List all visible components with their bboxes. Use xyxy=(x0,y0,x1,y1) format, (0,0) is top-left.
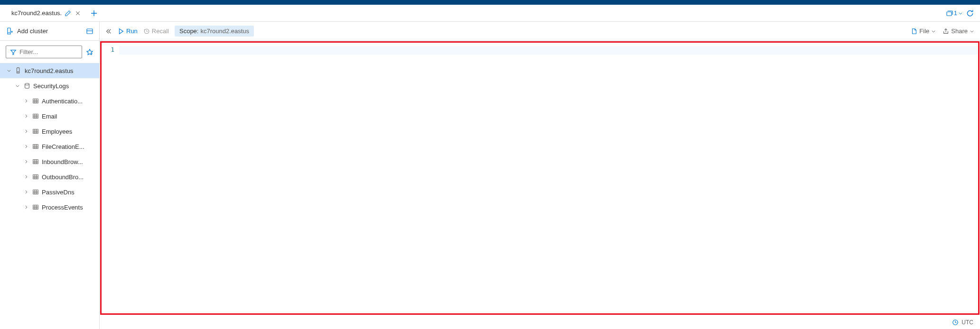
collapse-left-icon[interactable] xyxy=(105,28,112,35)
tabs-icon xyxy=(945,9,953,17)
filter-row xyxy=(0,41,99,63)
line-number: 1 xyxy=(100,46,114,53)
chevron-right-icon xyxy=(23,99,29,103)
app-banner xyxy=(0,0,980,5)
query-editor[interactable]: 1 xyxy=(100,41,980,315)
scope-value: kc7round2.eastus xyxy=(200,27,249,35)
svg-rect-10 xyxy=(33,175,38,179)
tree-node-label: Employees xyxy=(42,128,72,135)
clock-icon xyxy=(952,319,959,326)
table-icon xyxy=(32,174,39,180)
file-icon xyxy=(911,28,917,35)
svg-rect-5 xyxy=(33,99,38,103)
add-cluster-button[interactable]: Add cluster xyxy=(6,27,82,35)
scope-label: Scope: xyxy=(179,27,198,35)
table-icon xyxy=(32,143,39,150)
table-icon xyxy=(32,98,39,104)
tree-node-label: OutboundBro... xyxy=(42,174,84,181)
svg-rect-8 xyxy=(33,145,38,149)
tabs-count-button[interactable]: 1 xyxy=(945,9,963,17)
tree-node-label: FileCreationE... xyxy=(42,143,84,150)
share-menu-button[interactable]: Share xyxy=(943,27,974,35)
tree-table-node[interactable]: PassiveDns xyxy=(0,184,99,200)
query-toolbar: Run Recall Scope: kc7round2.eastus File … xyxy=(100,22,980,41)
tree-table-node[interactable]: FileCreationE... xyxy=(0,139,99,154)
chevron-right-icon xyxy=(23,190,29,194)
sidebar: Add cluster kc7round2.eastus xyxy=(0,22,100,329)
file-label: File xyxy=(919,27,929,35)
svg-rect-9 xyxy=(33,160,38,164)
toolbar-right: File Share xyxy=(911,27,974,35)
svg-rect-6 xyxy=(33,114,38,119)
refresh-icon[interactable] xyxy=(966,9,974,18)
svg-rect-3 xyxy=(17,68,19,72)
chevron-right-icon xyxy=(23,144,29,149)
add-cluster-label: Add cluster xyxy=(17,27,48,35)
chevron-right-icon xyxy=(23,205,29,210)
favorite-icon[interactable] xyxy=(86,48,93,56)
filter-icon xyxy=(10,49,17,55)
tree-node-label: InboundBrow... xyxy=(42,158,83,165)
cluster-icon xyxy=(15,67,22,74)
svg-rect-2 xyxy=(87,29,93,34)
filter-input[interactable] xyxy=(6,46,82,58)
tree-table-node[interactable]: OutboundBro... xyxy=(0,169,99,184)
tree-table-node[interactable]: InboundBrow... xyxy=(0,154,99,169)
recall-label: Recall xyxy=(152,27,169,35)
svg-rect-7 xyxy=(33,129,38,134)
tree-table-node[interactable]: ProcessEvents xyxy=(0,200,99,215)
recall-button: Recall xyxy=(143,27,169,35)
tree-node-label: PassiveDns xyxy=(42,189,75,196)
chevron-down-icon xyxy=(14,83,21,88)
share-label: Share xyxy=(951,27,968,35)
content-area: Run Recall Scope: kc7round2.eastus File … xyxy=(100,22,980,329)
close-icon[interactable] xyxy=(74,9,82,17)
editor-wrap: 1 UTC xyxy=(100,41,980,329)
file-menu-button[interactable]: File xyxy=(911,27,936,35)
editor-code-area[interactable] xyxy=(119,41,980,315)
svg-rect-1 xyxy=(8,28,10,33)
tree-node-label: ProcessEvents xyxy=(42,204,83,211)
tree-node-label: Authenticatio... xyxy=(42,98,83,105)
editor-gutter: 1 xyxy=(100,41,119,315)
connection-tree: kc7round2.eastus SecurityLogs Authentica… xyxy=(0,63,99,329)
statusbar: UTC xyxy=(945,316,980,329)
run-button[interactable]: Run xyxy=(118,27,138,35)
timezone-label[interactable]: UTC xyxy=(961,319,973,326)
tree-table-node[interactable]: Employees xyxy=(0,124,99,139)
tree-database-node[interactable]: SecurityLogs xyxy=(0,78,99,93)
query-tab[interactable]: kc7round2.eastus. xyxy=(8,5,85,21)
share-icon xyxy=(943,28,949,35)
svg-rect-11 xyxy=(33,190,38,194)
tree-cluster-node[interactable]: kc7round2.eastus xyxy=(0,63,99,78)
editor-line[interactable] xyxy=(119,46,980,55)
scope-selector[interactable]: Scope: kc7round2.eastus xyxy=(175,26,254,37)
pencil-icon[interactable] xyxy=(65,10,71,17)
chevron-down-icon xyxy=(6,68,12,73)
play-icon xyxy=(118,28,124,35)
cluster-add-icon xyxy=(6,27,13,35)
svg-point-4 xyxy=(25,83,29,85)
tree-node-label: Email xyxy=(42,113,57,120)
tab-bar-right: 1 xyxy=(945,9,980,18)
tree-table-node[interactable]: Authenticatio... xyxy=(0,93,99,109)
chevron-right-icon xyxy=(23,114,29,119)
run-label: Run xyxy=(126,27,138,35)
chevron-down-icon xyxy=(931,29,936,34)
filter-text-field[interactable] xyxy=(19,48,78,55)
database-icon xyxy=(24,82,30,89)
table-icon xyxy=(32,128,39,135)
chevron-right-icon xyxy=(23,159,29,164)
table-icon xyxy=(32,158,39,165)
tree-node-label: SecurityLogs xyxy=(33,82,69,90)
panel-collapse-icon[interactable] xyxy=(86,27,93,35)
new-tab-button[interactable] xyxy=(87,7,101,20)
table-icon xyxy=(32,113,39,119)
sidebar-header: Add cluster xyxy=(0,22,99,41)
tree-table-node[interactable]: Email xyxy=(0,109,99,124)
tabs-count-label: 1 xyxy=(954,9,957,17)
table-icon xyxy=(32,189,39,195)
tab-bar: kc7round2.eastus. 1 xyxy=(0,5,980,22)
chevron-right-icon xyxy=(23,129,29,134)
recall-icon xyxy=(143,28,150,35)
